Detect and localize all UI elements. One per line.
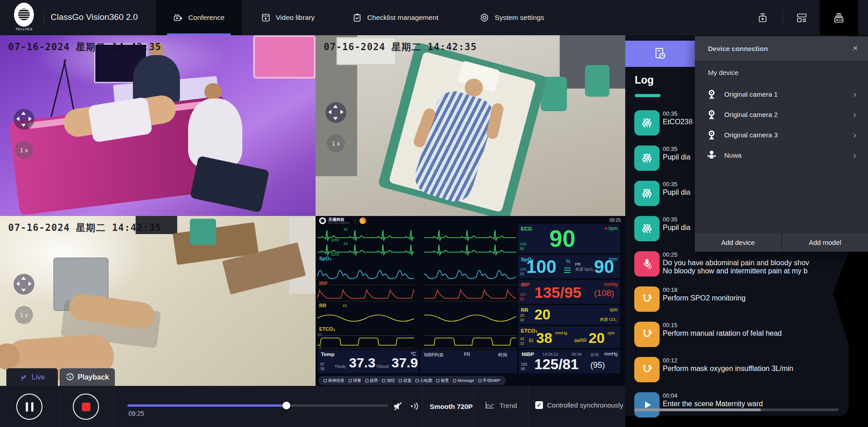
device-item-original-camera-2[interactable]: Original camera 2 › — [695, 105, 868, 123]
sync-checkbox-group[interactable]: ✓ Controlled synchronously — [535, 401, 623, 409]
chevron-right-icon: › — [853, 110, 856, 119]
trend-button[interactable]: Trend — [485, 401, 517, 410]
pause-button[interactable] — [16, 394, 42, 420]
toolbar-mini-icon — [349, 379, 352, 382]
pan-control[interactable] — [14, 274, 34, 295]
video-camera-icon — [173, 13, 183, 23]
pan-control[interactable] — [326, 102, 346, 123]
app-window: TELLYES ClassGo Vision360 2.0 Conference… — [0, 0, 868, 427]
scrollbar-thumb[interactable] — [634, 408, 761, 411]
tab-label: System settings — [495, 14, 544, 22]
vitals-event-icon — [634, 216, 660, 241]
elapsed-time: 09:25 — [128, 410, 144, 417]
etco2-value: 38 — [536, 330, 552, 347]
tab-checklist-management[interactable]: Checklist management — [337, 0, 454, 35]
nibp-mode: 自动 — [590, 352, 599, 358]
close-icon[interactable]: ✕ — [852, 44, 858, 52]
log-entry[interactable]: 00:25 Do you have abdominal pain and blo… — [634, 251, 838, 280]
ecg-unit: ♥ bpm — [605, 226, 618, 231]
log-entry-text: Perform SPO2 monitoring — [663, 294, 839, 302]
patient-monitor-view: 天堰科技 TELLYES SCIENTIFIC 09:25 x1 1mV x1 … — [316, 216, 625, 386]
tab-label: Conference — [188, 14, 224, 22]
log-horizontal-scrollbar[interactable] — [634, 408, 839, 411]
add-device-button[interactable]: Add device — [695, 233, 781, 252]
live-stream-icon — [757, 12, 769, 23]
tab-live[interactable]: Live — [6, 368, 58, 386]
device-item-original-camera-1[interactable]: Original camera 1 › — [695, 85, 868, 103]
device-section-label: My device — [708, 69, 739, 76]
log-title-underline — [635, 94, 660, 97]
device-item-label: Original camera 2 — [724, 111, 778, 118]
flame-logo-icon — [359, 217, 366, 224]
action-event-icon — [634, 286, 660, 312]
scene-shape — [465, 79, 483, 97]
manikin-icon — [706, 150, 717, 160]
zoom-level-badge[interactable]: 1 x — [15, 306, 33, 324]
pan-control[interactable] — [14, 109, 34, 130]
ecg-gain-label: x1 — [344, 227, 348, 231]
device-item-label: Nuwa — [724, 151, 741, 159]
quality-selector[interactable]: Smooth 720P — [429, 403, 474, 410]
zoom-level-badge[interactable]: 1 x — [327, 134, 345, 152]
sync-checkbox[interactable]: ✓ — [535, 401, 543, 409]
app-title: ClassGo Vision360 2.0 — [51, 12, 138, 22]
etco2-limits: 4532 — [520, 337, 524, 346]
toolbar-mini-icon — [478, 379, 481, 382]
seek-slider[interactable] — [127, 404, 388, 407]
log-entry[interactable]: 00:15 Perform manual ratation of felal h… — [634, 322, 838, 351]
ibp-label: IBP — [521, 282, 529, 287]
rr-unit: rpm — [610, 307, 618, 312]
seek-slider-knob[interactable] — [283, 402, 290, 409]
monitor-brand: 天堰科技 TELLYES SCIENTIFIC — [319, 217, 366, 224]
stop-record-button[interactable] — [73, 394, 99, 420]
tblood-value: 37.9 — [392, 355, 418, 371]
tab-video-library[interactable]: Video library — [250, 0, 326, 35]
device-connection-button[interactable] — [820, 0, 858, 35]
tab-playback[interactable]: Playback — [60, 368, 115, 386]
nibp-limits: 15090 — [521, 362, 527, 371]
log-entry[interactable]: 00:04 Enter the scene Maternity ward — [634, 392, 838, 421]
camera-view-top-right: 07-16-2024 星期二 14:42:35 1 x — [316, 35, 625, 216]
tab-label: Video library — [276, 14, 315, 22]
tbody-value: 37.3 — [349, 355, 375, 371]
add-model-button[interactable]: Add model — [781, 233, 868, 252]
live-stream-button[interactable] — [748, 0, 777, 35]
device-panel-footer: Add device Add model — [695, 233, 868, 252]
mute-button[interactable] — [392, 400, 404, 414]
temp-panel: Temp °C 3735 Tbody 37.3 Tblood 37.9 — [318, 350, 419, 373]
tbody-label: Tbody — [335, 364, 346, 369]
zoom-level-badge[interactable]: 1 x — [15, 141, 33, 159]
device-connection-panel: Device connection ✕ My device Original c… — [695, 36, 868, 252]
log-tab[interactable] — [625, 41, 695, 67]
monitor-toolbar-item: 手动NIBP — [478, 378, 500, 384]
brand-name: TELLYES — [13, 27, 35, 31]
toolbar-mini-icon — [415, 379, 419, 382]
device-panel-title: Device connection — [708, 45, 768, 52]
camera-view-bottom-left: 07-16-2024 星期二 14:42:35 1 x — [0, 216, 316, 386]
monitor-toolbar-item: Message — [453, 378, 474, 383]
tab-conference[interactable]: Conference — [156, 0, 242, 35]
nibp-list-panel: NIBP列表 PR 时间 — [420, 350, 517, 373]
log-entry-time: 00:12 — [663, 357, 839, 364]
etco2-unit: mmHg — [555, 331, 567, 335]
device-item-nuwa[interactable]: Nuwa › — [695, 146, 868, 164]
ecg-value: 90 — [518, 224, 607, 253]
log-entry-text: Perform manual ratation of felal head — [663, 329, 839, 338]
divider — [528, 386, 528, 427]
log-entry[interactable]: 00:18 Perform SPO2 monitoring — [634, 286, 838, 315]
tab-system-settings[interactable]: System settings — [463, 0, 561, 35]
screen-layout-button[interactable] — [787, 0, 816, 35]
volume-button[interactable] — [410, 401, 420, 413]
ecg-mv-label: 1mV — [331, 252, 340, 257]
video-library-icon — [261, 13, 270, 22]
temp-limits: 3735 — [320, 362, 324, 371]
rr-wave-label: RR — [319, 303, 326, 308]
log-entry[interactable]: 00:12 Perform mask oxygen insufflation 3… — [634, 357, 838, 386]
pr-source: PR来源 SpO₂ — [575, 262, 594, 272]
awrr-unit: rpm — [608, 331, 615, 335]
device-item-original-camera-3[interactable]: Original camera 3 › — [695, 126, 868, 144]
log-entry-time: 00:15 — [663, 322, 839, 328]
sync-label: Controlled synchronously — [547, 401, 623, 409]
brand-logo: TELLYES — [13, 3, 35, 33]
nibp-list-col: 时间 — [498, 352, 507, 358]
